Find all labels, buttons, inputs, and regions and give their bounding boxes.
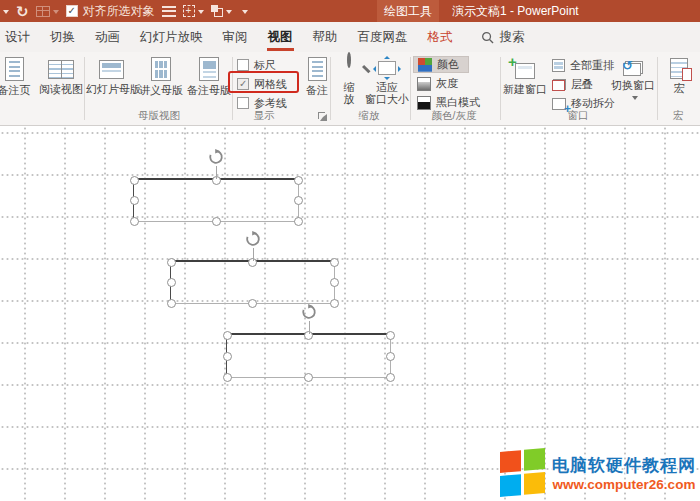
notes-page-button[interactable]: 备注页 bbox=[0, 54, 36, 116]
position-icon bbox=[183, 5, 195, 17]
selection-handle[interactable] bbox=[130, 217, 139, 226]
cascade-button[interactable]: 层叠 bbox=[548, 76, 597, 93]
tab-format[interactable]: 格式 bbox=[418, 22, 463, 52]
slide-canvas[interactable]: 电脑软硬件教程网 www.computer26.com bbox=[0, 126, 700, 501]
color-label: 颜色 bbox=[437, 57, 459, 72]
textbox-shape[interactable] bbox=[133, 178, 299, 222]
chevron-down-icon bbox=[226, 10, 232, 17]
macro-icon bbox=[670, 58, 688, 79]
unchecked-checkbox-icon bbox=[237, 97, 249, 109]
selection-handle[interactable] bbox=[167, 278, 176, 287]
macros-button[interactable]: 宏 bbox=[661, 54, 697, 116]
tab-animations[interactable]: 动画 bbox=[85, 22, 130, 52]
zoom-button[interactable]: 缩放 bbox=[334, 54, 364, 116]
arrange-button[interactable] bbox=[211, 5, 232, 17]
grayscale-button[interactable]: 灰度 bbox=[413, 75, 462, 92]
position-button[interactable] bbox=[183, 5, 204, 17]
tab-review[interactable]: 审阅 bbox=[213, 22, 258, 52]
window-group-label: 窗口 bbox=[502, 109, 654, 123]
switch-windows-button[interactable]: ↺ 切换窗口 bbox=[610, 54, 656, 116]
selection-handle[interactable] bbox=[294, 196, 303, 205]
qat-overflow-button[interactable] bbox=[239, 8, 248, 15]
rotate-handle-icon[interactable] bbox=[208, 149, 224, 165]
selection-handle[interactable] bbox=[386, 373, 395, 382]
align-menu-button[interactable] bbox=[162, 6, 176, 17]
reading-view-icon bbox=[48, 60, 74, 79]
title-bar: ↻ 对齐所选对象 绘图工具 演示文稿1 - PowerPoint bbox=[0, 0, 700, 22]
notes-label: 备注 bbox=[300, 84, 334, 96]
watermark: 电脑软硬件教程网 www.computer26.com bbox=[500, 450, 696, 496]
slide-master-button[interactable]: 幻灯片母版 bbox=[86, 54, 136, 116]
qat-customize-button[interactable] bbox=[0, 8, 9, 15]
grayscale-icon bbox=[417, 77, 431, 91]
new-window-button[interactable]: 新建窗口 bbox=[502, 54, 548, 116]
align-selected-objects-checkbox[interactable]: 对齐所选对象 bbox=[66, 3, 155, 20]
selection-handle[interactable] bbox=[386, 352, 395, 361]
handout-master-icon bbox=[151, 57, 171, 81]
selection-handle[interactable] bbox=[212, 217, 221, 226]
insert-table-button[interactable] bbox=[36, 6, 59, 17]
drawing-tools-context-header: 绘图工具 bbox=[377, 0, 439, 22]
selection-handle[interactable] bbox=[304, 373, 313, 382]
selection-handle[interactable] bbox=[386, 331, 395, 340]
window-title: 演示文稿1 - PowerPoint bbox=[452, 0, 579, 22]
slide-master-icon bbox=[99, 60, 124, 79]
tab-help[interactable]: 帮助 bbox=[303, 22, 348, 52]
selection-handle[interactable] bbox=[294, 176, 303, 185]
color-button[interactable]: 颜色 bbox=[413, 56, 469, 73]
arrange-all-label: 全部重排 bbox=[570, 58, 614, 73]
notes-icon bbox=[308, 57, 327, 81]
notes-master-icon bbox=[199, 57, 219, 81]
chevron-down-icon bbox=[3, 10, 9, 17]
tab-design[interactable]: 设计 bbox=[0, 22, 40, 52]
windows-logo-icon bbox=[500, 448, 545, 498]
selection-handle[interactable] bbox=[330, 299, 339, 308]
rotate-handle-icon[interactable] bbox=[245, 231, 261, 247]
reading-view-button[interactable]: 阅读视图 bbox=[36, 54, 86, 116]
black-white-label: 黑白模式 bbox=[436, 95, 480, 110]
rotate-handle-stem bbox=[216, 166, 217, 179]
tab-slideshow[interactable]: 幻灯片放映 bbox=[130, 22, 213, 52]
arrange-all-button[interactable]: 全部重排 bbox=[548, 57, 618, 74]
notes-button[interactable]: 备注 bbox=[300, 54, 334, 116]
black-white-icon bbox=[417, 96, 431, 110]
redo-button[interactable]: ↻ bbox=[16, 4, 29, 19]
selection-handle[interactable] bbox=[130, 196, 139, 205]
powerpoint-window: ↻ 对齐所选对象 绘图工具 演示文稿1 - PowerPoint 设计切换动画幻… bbox=[0, 0, 700, 501]
notes-master-button[interactable]: 备注母版 bbox=[186, 54, 232, 116]
chevron-down-icon bbox=[242, 10, 248, 17]
tab-view[interactable]: 视图 bbox=[258, 22, 303, 52]
textbox-shape[interactable] bbox=[226, 333, 391, 378]
arrange-all-icon bbox=[552, 59, 565, 72]
handout-master-button[interactable]: 讲义母版 bbox=[138, 54, 184, 116]
show-dialog-launcher-icon[interactable] bbox=[318, 112, 327, 121]
selection-handle[interactable] bbox=[130, 176, 139, 185]
selection-handle[interactable] bbox=[223, 373, 232, 382]
arrange-icon bbox=[211, 5, 223, 17]
selection-handle[interactable] bbox=[223, 331, 232, 340]
new-window-label: 新建窗口 bbox=[502, 83, 548, 95]
fit-to-window-button[interactable]: 适应窗口大小 bbox=[362, 54, 412, 116]
notes-page-label: 备注页 bbox=[0, 84, 36, 96]
rotate-handle-stem bbox=[309, 321, 310, 334]
switch-windows-icon: ↺ bbox=[623, 61, 643, 76]
selection-handle[interactable] bbox=[294, 217, 303, 226]
selection-handle[interactable] bbox=[330, 258, 339, 267]
magnifier-icon bbox=[334, 54, 364, 81]
textbox-shape[interactable] bbox=[170, 260, 335, 304]
master-views-group-label: 母版视图 bbox=[104, 109, 214, 123]
selection-handle[interactable] bbox=[167, 258, 176, 267]
selection-handle[interactable] bbox=[330, 278, 339, 287]
rotate-handle-icon[interactable] bbox=[301, 304, 317, 320]
tab-baidu-pan[interactable]: 百度网盘 bbox=[348, 22, 418, 52]
grayscale-label: 灰度 bbox=[436, 76, 458, 91]
selection-handle[interactable] bbox=[223, 352, 232, 361]
search-box[interactable]: 搜索 bbox=[481, 22, 525, 52]
color-gray-group-label: 颜色/灰度 bbox=[410, 109, 498, 123]
selection-handle[interactable] bbox=[167, 299, 176, 308]
tab-transitions[interactable]: 切换 bbox=[40, 22, 85, 52]
zoom-group-label: 缩放 bbox=[334, 109, 404, 123]
watermark-site-name: 电脑软硬件教程网 bbox=[552, 454, 696, 477]
show-group-label: 显示 bbox=[236, 109, 292, 123]
selection-handle[interactable] bbox=[248, 299, 257, 308]
